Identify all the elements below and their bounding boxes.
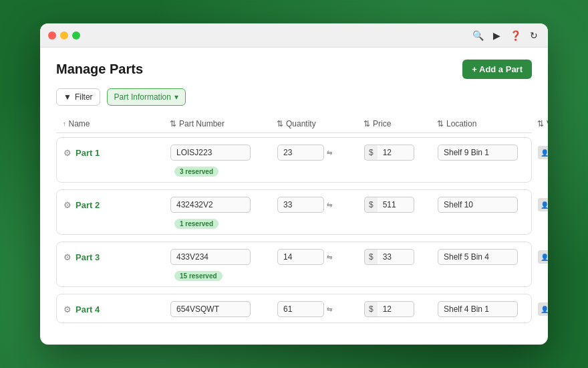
vendor-cell: 👤 Grainger: [538, 302, 548, 316]
part-name: Part 4: [76, 304, 100, 314]
part-name-cell: ⚙ Part 3: [63, 252, 170, 262]
location-cell: [438, 197, 538, 213]
search-icon[interactable]: 🔍: [472, 29, 484, 41]
quantity-input[interactable]: [277, 249, 324, 265]
price-input[interactable]: [378, 145, 414, 161]
page-header: Manage Parts + Add a Part: [56, 60, 532, 79]
minimize-button[interactable]: [60, 31, 68, 39]
price-input[interactable]: [378, 301, 414, 317]
col-part-number[interactable]: ⇅ Part Number: [170, 119, 277, 128]
part-name: Part 3: [76, 252, 100, 262]
part-info-label: Part Information: [114, 92, 171, 102]
sort-icon: ⇅: [363, 119, 370, 128]
fullscreen-button[interactable]: [72, 31, 80, 39]
vendor-cell: 👤 McMaster: [538, 198, 548, 211]
vendor-avatar: 👤: [538, 198, 548, 211]
gear-icon[interactable]: ⚙: [63, 304, 71, 314]
price-cell: $: [364, 301, 438, 317]
location-cell: [438, 249, 538, 265]
filter-button[interactable]: ▼ Filter: [56, 88, 100, 106]
col-location[interactable]: ⇅ Location: [437, 119, 537, 128]
vendor-avatar: 👤: [538, 250, 548, 264]
reserved-badge: 3 reserved: [174, 167, 218, 177]
table-row: ⚙ Part 4 ⇆ $ 👤 Grainger: [56, 294, 532, 323]
sort-icon: ⇅: [277, 119, 283, 128]
traffic-lights: [48, 31, 80, 39]
table-header: ↑ Name ⇅ Part Number ⇅ Quantity ⇅ Price …: [56, 115, 532, 133]
location-input[interactable]: [438, 145, 518, 161]
refresh-icon[interactable]: ↻: [528, 29, 540, 41]
part-number-cell: [170, 301, 277, 317]
filter-row: ▼ Filter Part Information ▾: [56, 88, 532, 106]
part-number-cell: [170, 197, 277, 213]
play-icon[interactable]: ▶: [490, 29, 502, 41]
table-row: ⚙ Part 1 ⇆ $ 👤 McMaster 3 reserved: [56, 137, 532, 183]
col-price[interactable]: ⇅ Price: [363, 119, 437, 128]
price-cell: $: [364, 249, 438, 265]
question-icon[interactable]: ❓: [509, 29, 521, 41]
reserved-badge: 15 reserved: [174, 271, 223, 281]
titlebar: 🔍 ▶ ❓ ↻: [40, 23, 548, 48]
dollar-sign: $: [364, 301, 378, 317]
sort-icon: ⇅: [537, 119, 544, 128]
table-row: ⚙ Part 3 ⇆ $ 👤 Grainger 15 reserved: [56, 242, 532, 287]
vendor-cell: 👤 Grainger: [538, 250, 548, 264]
location-input[interactable]: [438, 301, 518, 317]
part-number-input[interactable]: [170, 145, 251, 161]
sort-icon: ⇅: [170, 119, 176, 128]
main-content: Manage Parts + Add a Part ▼ Filter Part …: [40, 48, 548, 342]
price-cell: $: [364, 145, 438, 161]
quantity-cell: ⇆: [277, 197, 364, 213]
dollar-sign: $: [364, 197, 378, 213]
transfer-icon[interactable]: ⇆: [327, 254, 332, 261]
quantity-cell: ⇆: [277, 301, 364, 317]
part-info-button[interactable]: Part Information ▾: [107, 88, 186, 106]
part-name-cell: ⚙ Part 4: [63, 304, 170, 314]
quantity-input[interactable]: [277, 301, 324, 317]
parts-list: ⚙ Part 1 ⇆ $ 👤 McMaster 3 reserved: [56, 137, 532, 323]
quantity-input[interactable]: [277, 145, 324, 161]
filter-label: Filter: [75, 92, 93, 102]
location-input[interactable]: [438, 249, 518, 265]
reserved-badge: 1 reserved: [174, 219, 218, 229]
part-number-cell: [170, 145, 277, 161]
part-name: Part 2: [76, 200, 100, 210]
page-title: Manage Parts: [56, 62, 143, 77]
col-name[interactable]: ↑ Name: [63, 119, 170, 128]
location-cell: [438, 301, 538, 317]
part-name: Part 1: [76, 148, 100, 158]
part-name-cell: ⚙ Part 1: [63, 148, 170, 158]
col-vendor[interactable]: ⇅ Vendor: [537, 119, 548, 128]
quantity-input[interactable]: [277, 197, 324, 213]
location-cell: [438, 145, 538, 161]
reserved-row: 1 reserved: [63, 215, 525, 229]
chevron-down-icon: ▾: [174, 92, 178, 102]
price-cell: $: [364, 197, 438, 213]
price-input[interactable]: [378, 249, 414, 265]
quantity-cell: ⇆: [277, 145, 364, 161]
price-input[interactable]: [378, 197, 414, 213]
gear-icon[interactable]: ⚙: [63, 148, 71, 158]
reserved-row: 3 reserved: [63, 163, 525, 177]
main-window: 🔍 ▶ ❓ ↻ Manage Parts + Add a Part ▼ Filt…: [40, 23, 548, 345]
gear-icon[interactable]: ⚙: [63, 252, 71, 262]
part-name-cell: ⚙ Part 2: [63, 200, 170, 210]
transfer-icon[interactable]: ⇆: [327, 201, 332, 209]
quantity-cell: ⇆: [277, 249, 364, 265]
location-input[interactable]: [438, 197, 518, 213]
dollar-sign: $: [364, 145, 378, 161]
vendor-cell: 👤 McMaster: [538, 146, 548, 159]
dollar-sign: $: [364, 249, 378, 265]
close-button[interactable]: [48, 31, 56, 39]
vendor-avatar: 👤: [538, 146, 548, 159]
add-part-button[interactable]: + Add a Part: [462, 60, 532, 79]
part-number-input[interactable]: [170, 197, 251, 213]
part-number-input[interactable]: [170, 301, 251, 317]
table-row: ⚙ Part 2 ⇆ $ 👤 McMaster 1 reserved: [56, 189, 532, 235]
transfer-icon[interactable]: ⇆: [327, 149, 332, 157]
transfer-icon[interactable]: ⇆: [327, 306, 332, 313]
gear-icon[interactable]: ⚙: [63, 200, 71, 210]
part-number-cell: [170, 249, 277, 265]
col-quantity[interactable]: ⇅ Quantity: [277, 119, 363, 128]
part-number-input[interactable]: [170, 249, 251, 265]
